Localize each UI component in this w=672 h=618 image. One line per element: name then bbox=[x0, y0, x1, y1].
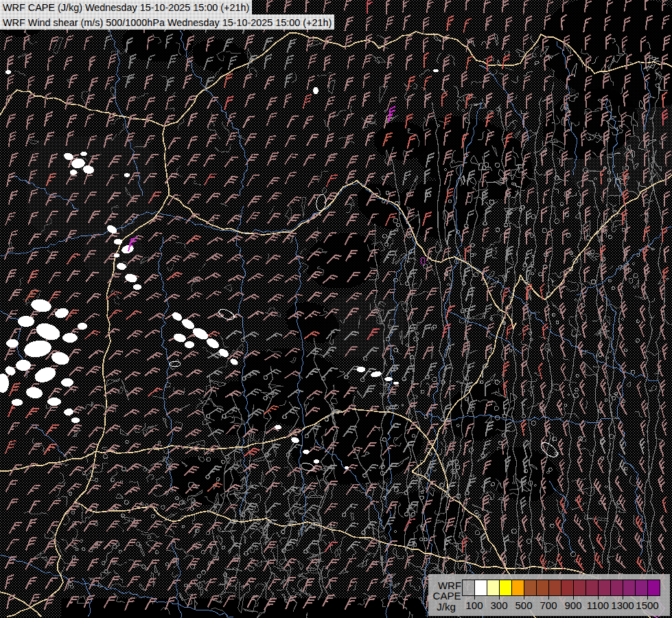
svg-text:100: 100 bbox=[465, 599, 483, 611]
svg-text:500: 500 bbox=[515, 599, 532, 611]
svg-text:WRF Wind shear (m/s) 500/1000h: WRF Wind shear (m/s) 500/1000hPa Wednesd… bbox=[3, 17, 332, 28]
svg-text:CAPE: CAPE bbox=[433, 590, 461, 602]
svg-text:J/kg: J/kg bbox=[437, 601, 456, 613]
svg-text:WRF CAPE (J/kg) Wednesday 15-1: WRF CAPE (J/kg) Wednesday 15-10-2025 15:… bbox=[3, 2, 249, 13]
svg-text:700: 700 bbox=[540, 599, 557, 611]
svg-text:1100: 1100 bbox=[587, 599, 609, 611]
svg-text:300: 300 bbox=[490, 599, 507, 611]
svg-text:1500: 1500 bbox=[636, 599, 658, 611]
svg-text:900: 900 bbox=[564, 599, 581, 611]
svg-text:1300: 1300 bbox=[611, 599, 634, 611]
